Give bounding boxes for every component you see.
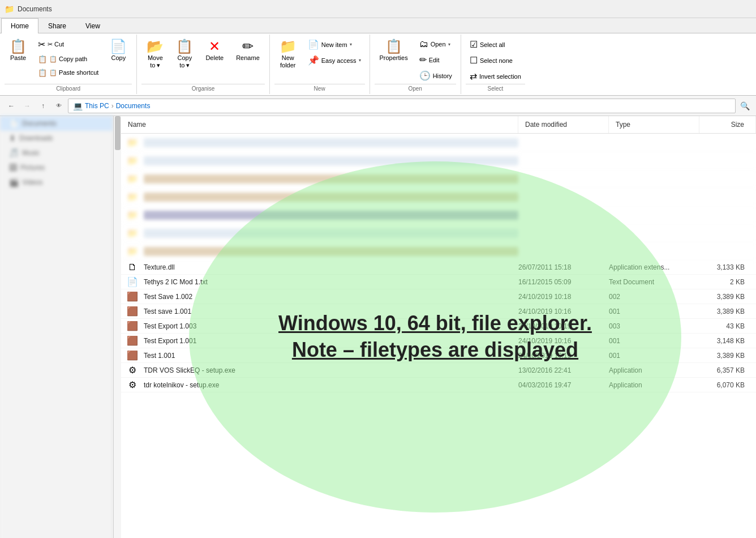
table-row[interactable]: 🗋 Texture.dll 26/07/2011 15:18 Applicati… (121, 261, 756, 275)
rename-button[interactable]: ✏ Rename (231, 37, 265, 65)
new-item-icon: 📄 (308, 39, 319, 50)
paste-shortcut-button[interactable]: 📋 📋 Paste shortcut (34, 66, 102, 79)
table-row[interactable]: 🟫 Test Export 1.001 24/10/2019 10:16 001… (121, 334, 756, 348)
easy-access-icon: 📌 (308, 55, 319, 66)
table-row[interactable]: 📁 (121, 206, 756, 224)
table-row[interactable]: 📄 Tethys 2 IC Mod 1.txt 16/11/2015 05:09… (121, 275, 756, 289)
open-content: 📋 Properties 🗂 Open ▾ ✏ Edit 🕒 History (375, 37, 456, 84)
col-header-type[interactable]: Type (609, 116, 699, 133)
title-bar-text: Documents (18, 5, 52, 13)
tab-home[interactable]: Home (1, 18, 38, 33)
table-row[interactable]: 🟫 Test Export 1.003 24/10/2019 10:19 003… (121, 319, 756, 334)
table-row[interactable]: 🟫 Test 1.001 24/10/2019 10:15 001 3,389 … (121, 348, 756, 363)
copy-path-icon: 📋 (38, 55, 47, 63)
file-size: 2 KB (699, 278, 756, 286)
sidebar-item-pictures[interactable]: 🖼 Pictures (0, 160, 113, 175)
col-header-size[interactable]: Size (699, 116, 756, 133)
select-label: Select (466, 84, 525, 94)
sidebar-item-documents[interactable]: 📄 Documents (0, 116, 113, 131)
sidebar-item-label-documents: Documents (22, 119, 57, 127)
table-row[interactable]: 📁 (121, 170, 756, 188)
delete-button[interactable]: ✕ Delete (200, 37, 229, 65)
new-folder-button[interactable]: 📁 Newfolder (274, 37, 302, 72)
move-to-button[interactable]: 📂 Moveto ▾ (141, 37, 169, 72)
music-folder-icon: 🎵 (9, 148, 19, 157)
forward-button[interactable]: → (20, 99, 34, 113)
address-path[interactable]: 💻 This PC › Documents (68, 99, 736, 113)
table-row[interactable]: ⚙ tdr kotelnikov - setup.exe 04/03/2016 … (121, 378, 756, 392)
tab-share[interactable]: Share (38, 18, 76, 33)
breadcrumb-thispc[interactable]: This PC (85, 102, 109, 110)
recent-button[interactable]: 👁 (52, 99, 66, 113)
copy-to-icon: 📋 (176, 40, 193, 53)
new-item-button[interactable]: 📄 New item ▾ (304, 37, 365, 52)
sidebar: 📄 Documents ⬇ Downloads 🎵 Music 🖼 Pictur… (0, 116, 113, 538)
table-row[interactable]: 🟫 Test Save 1.002 24/10/2019 10:18 002 3… (121, 289, 756, 304)
file-row-icon: 📁 (121, 137, 144, 148)
file-name: tdr kotelnikov - setup.exe (144, 381, 518, 389)
sidebar-scrollbar[interactable] (113, 116, 121, 538)
file-icon: 🟫 (121, 350, 144, 361)
breadcrumb-documents[interactable]: Documents (116, 102, 151, 110)
up-button[interactable]: ↑ (36, 99, 50, 113)
file-name: Test Save 1.002 (144, 293, 518, 301)
cut-button[interactable]: ✂ ✂ Cut (34, 37, 102, 52)
open-icon: 🗂 (419, 39, 428, 49)
file-size: 3,389 KB (699, 352, 756, 360)
file-type: 003 (609, 322, 699, 330)
new-label: New (274, 84, 365, 94)
sidebar-scroll-thumb[interactable] (115, 116, 121, 150)
table-row[interactable]: 📁 (121, 242, 756, 261)
file-type: Application extens... (609, 263, 699, 271)
edit-button[interactable]: ✏ Edit (415, 52, 456, 67)
col-header-name[interactable]: Name (121, 116, 518, 133)
sidebar-item-music[interactable]: 🎵 Music (0, 146, 113, 160)
file-date: 13/02/2016 22:41 (518, 366, 609, 374)
select-all-icon: ☑ (470, 39, 478, 50)
back-button[interactable]: ← (5, 99, 18, 113)
open-button[interactable]: 🗂 Open ▾ (415, 37, 456, 52)
paste-icon: 📋 (10, 40, 27, 53)
copy-path-button[interactable]: 📋 📋 Copy path (34, 53, 102, 66)
properties-button[interactable]: 📋 Properties (375, 37, 413, 65)
file-size: 43 KB (699, 322, 756, 330)
blurred-files-section: 📁 📁 📁 📁 (121, 134, 756, 261)
new-small-btns: 📄 New item ▾ 📌 Easy access ▾ (304, 37, 365, 68)
file-row-icon: 📁 (121, 155, 144, 166)
main-content: 📄 Documents ⬇ Downloads 🎵 Music 🖼 Pictur… (0, 116, 756, 538)
copy-icon: 📄 (110, 40, 127, 53)
easy-access-button[interactable]: 📌 Easy access ▾ (304, 53, 365, 68)
copy-button[interactable]: 📄 Copy (105, 37, 132, 65)
table-row[interactable]: ⚙ TDR VOS SlickEQ - setup.exe 13/02/2016… (121, 363, 756, 378)
file-icon: ⚙ (121, 379, 144, 390)
file-list: Name Date modified Type Size 📁 📁 (121, 116, 756, 538)
sidebar-item-label-videos: Videos (22, 178, 42, 186)
clipboard-label: Clipboard (5, 84, 132, 94)
ribbon: 📋 Paste ✂ ✂ Cut 📋 📋 Copy path 📋 📋 Paste … (0, 33, 756, 96)
organise-label: Organise (141, 84, 264, 94)
table-row[interactable]: 📁 (121, 224, 756, 242)
select-none-button[interactable]: ☐ Select none (466, 53, 525, 68)
col-header-date[interactable]: Date modified (518, 116, 609, 133)
copy-to-button[interactable]: 📋 Copyto ▾ (171, 37, 198, 72)
table-row[interactable]: 📁 (121, 152, 756, 170)
history-button[interactable]: 🕒 History (415, 68, 456, 83)
breadcrumb-icon: 💻 (73, 101, 83, 110)
search-button[interactable]: 🔍 (738, 99, 751, 113)
ribbon-group-clipboard: 📋 Paste ✂ ✂ Cut 📋 📋 Copy path 📋 📋 Paste … (0, 35, 137, 94)
table-row[interactable]: 📁 (121, 134, 756, 152)
table-row[interactable]: 📁 (121, 188, 756, 206)
paste-button[interactable]: 📋 Paste (5, 37, 32, 65)
file-type: Text Document (609, 278, 699, 286)
sidebar-item-downloads[interactable]: ⬇ Downloads (0, 131, 113, 146)
clipboard-content: 📋 Paste ✂ ✂ Cut 📋 📋 Copy path 📋 📋 Paste … (5, 37, 132, 84)
sidebar-item-videos[interactable]: 🎬 Videos (0, 175, 113, 190)
tab-view[interactable]: View (76, 18, 110, 33)
select-all-button[interactable]: ☑ Select all (466, 37, 525, 52)
delete-icon: ✕ (209, 40, 220, 53)
table-row[interactable]: 🟫 Test save 1.001 24/10/2019 10:16 001 3… (121, 304, 756, 319)
invert-selection-button[interactable]: ⇄ Invert selection (466, 69, 525, 84)
select-content: ☑ Select all ☐ Select none ⇄ Invert sele… (466, 37, 525, 84)
ribbon-tabs: Home Share View (0, 18, 756, 33)
file-name: Tethys 2 IC Mod 1.txt (144, 278, 518, 286)
